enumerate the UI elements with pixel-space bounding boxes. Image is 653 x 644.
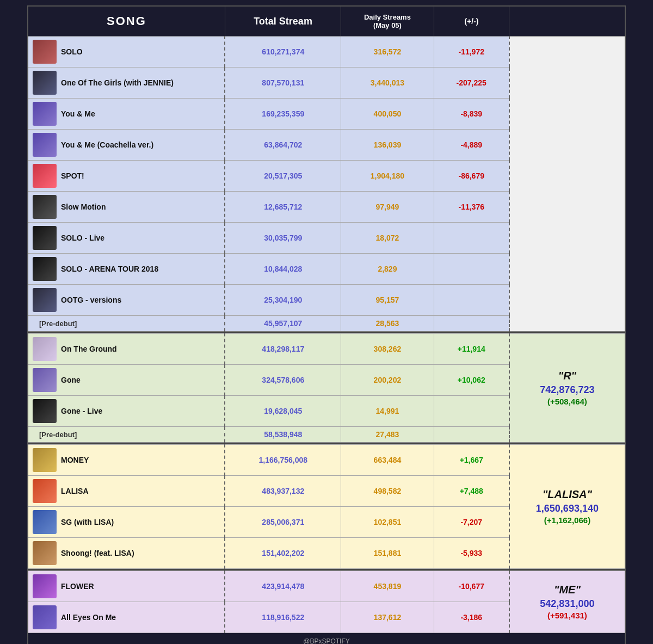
album-thumbnail	[33, 257, 57, 281]
song-cell: SOLO - Live	[28, 223, 225, 254]
daily-stream-value: 2,829	[341, 254, 434, 285]
song-cell: You & Me	[28, 99, 225, 130]
daily-stream-value: 400,050	[341, 99, 434, 130]
song-name: SOLO - ARENA TOUR 2018	[61, 265, 158, 273]
main-container: SONG Total Stream Daily Streams(May 05) …	[27, 5, 626, 644]
song-cell: You & Me (Coachella ver.)	[28, 130, 225, 161]
song-name: Gone - Live	[61, 407, 102, 415]
song-name: One Of The Girls (with JENNIE)	[61, 78, 174, 87]
album-thumbnail	[33, 399, 57, 423]
daily-stream-value: 663,484	[341, 445, 434, 476]
streams-table: SONG Total Stream Daily Streams(May 05) …	[27, 5, 626, 644]
song-name: You & Me	[61, 109, 95, 118]
song-name: LALISA	[61, 487, 89, 495]
total-stream-value: 151,402,202	[225, 538, 341, 569]
total-stream-value: 10,844,028	[225, 254, 341, 285]
song-name: SG (with LISA)	[61, 518, 114, 526]
daily-stream-value: 18,072	[341, 223, 434, 254]
total-stream-value: 423,914,478	[225, 571, 341, 602]
table-row: FLOWER423,914,478453,819-10,677"ME"542,8…	[28, 571, 625, 602]
daily-stream-value: 136,039	[341, 130, 434, 161]
song-cell: On The Ground	[28, 334, 225, 365]
song-name: OOTG - versions	[61, 296, 121, 304]
footer-credit: @BPxSPOTIFY	[28, 633, 625, 645]
predebut-label: [Pre-debut]	[33, 431, 77, 439]
daily-stream-value: 200,202	[341, 365, 434, 396]
album-thumbnail	[33, 195, 57, 219]
change-value: -5,933	[434, 538, 509, 569]
daily-stream-value: 95,157	[341, 285, 434, 316]
daily-column-header: Daily Streams(May 05)	[341, 6, 434, 36]
daily-stream-value: 28,563	[341, 316, 434, 332]
song-name: Slow Motion	[61, 203, 106, 211]
total-stream-value: 118,916,522	[225, 602, 341, 633]
change-value: -4,889	[434, 130, 509, 161]
album-change: (+1,162,066)	[514, 516, 620, 525]
change-value	[434, 396, 509, 427]
song-cell: Gone	[28, 365, 225, 396]
change-value: -11,972	[434, 36, 509, 68]
total-column-header: Total Stream	[225, 6, 341, 36]
daily-stream-value: 151,881	[341, 538, 434, 569]
daily-stream-value: 27,483	[341, 427, 434, 443]
change-value: +1,667	[434, 445, 509, 476]
change-value: -11,376	[434, 192, 509, 223]
change-value: -8,839	[434, 99, 509, 130]
album-title: "LALISA"	[514, 488, 620, 501]
album-thumbnail	[33, 102, 57, 126]
album-total: 542,831,000	[514, 598, 620, 610]
song-name: SPOT!	[61, 171, 84, 180]
daily-stream-value: 308,262	[341, 334, 434, 365]
album-thumbnail	[33, 133, 57, 157]
album-info-cell: "LALISA"1,650,693,140(+1,162,066)	[509, 445, 625, 569]
song-cell: SOLO - ARENA TOUR 2018	[28, 254, 225, 285]
song-name: FLOWER	[61, 582, 94, 591]
album-info-cell: "R"742,876,723(+508,464)	[509, 334, 625, 443]
total-stream-value: 30,035,799	[225, 223, 341, 254]
album-thumbnail	[33, 71, 57, 95]
song-cell: MONEY	[28, 445, 225, 476]
album-title: "R"	[514, 370, 620, 382]
album-thumbnail	[33, 226, 57, 250]
total-stream-value: 1,166,756,008	[225, 445, 341, 476]
song-cell: Slow Motion	[28, 192, 225, 223]
table-row: MONEY1,166,756,008663,484+1,667"LALISA"1…	[28, 445, 625, 476]
change-value: +7,488	[434, 476, 509, 507]
album-change: (+508,464)	[514, 397, 620, 406]
change-value: +10,062	[434, 365, 509, 396]
footer-row: @BPxSPOTIFY	[28, 633, 625, 645]
total-stream-value: 610,271,374	[225, 36, 341, 68]
change-value: -207,225	[434, 68, 509, 99]
change-value	[434, 254, 509, 285]
daily-stream-value: 137,612	[341, 602, 434, 633]
daily-stream-value: 453,819	[341, 571, 434, 602]
song-name: All Eyes On Me	[61, 613, 116, 622]
album-thumbnail	[33, 510, 57, 534]
song-cell: FLOWER	[28, 571, 225, 602]
album-thumbnail	[33, 40, 57, 64]
song-cell: LALISA	[28, 476, 225, 507]
daily-stream-value: 14,991	[341, 396, 434, 427]
total-stream-value: 19,628,045	[225, 396, 341, 427]
change-value	[434, 285, 509, 316]
total-stream-value: 807,570,131	[225, 68, 341, 99]
change-value	[434, 316, 509, 332]
daily-stream-value: 1,904,180	[341, 161, 434, 192]
total-stream-value: 20,517,305	[225, 161, 341, 192]
total-stream-value: 483,937,132	[225, 476, 341, 507]
change-value: -3,186	[434, 602, 509, 633]
daily-stream-value: 498,582	[341, 476, 434, 507]
predebut-label: [Pre-debut]	[33, 320, 77, 328]
album-thumbnail	[33, 541, 57, 565]
change-column-header: (+/-)	[434, 6, 509, 36]
change-value	[434, 427, 509, 443]
song-name: On The Ground	[61, 345, 117, 353]
table-row: SOLO610,271,374316,572-11,972	[28, 36, 625, 68]
daily-stream-value: 316,572	[341, 36, 434, 68]
daily-stream-value: 102,851	[341, 507, 434, 538]
daily-stream-value: 3,440,013	[341, 68, 434, 99]
album-thumbnail	[33, 605, 57, 629]
album-column-header	[509, 6, 625, 36]
song-cell: All Eyes On Me	[28, 602, 225, 633]
album-thumbnail	[33, 164, 57, 188]
